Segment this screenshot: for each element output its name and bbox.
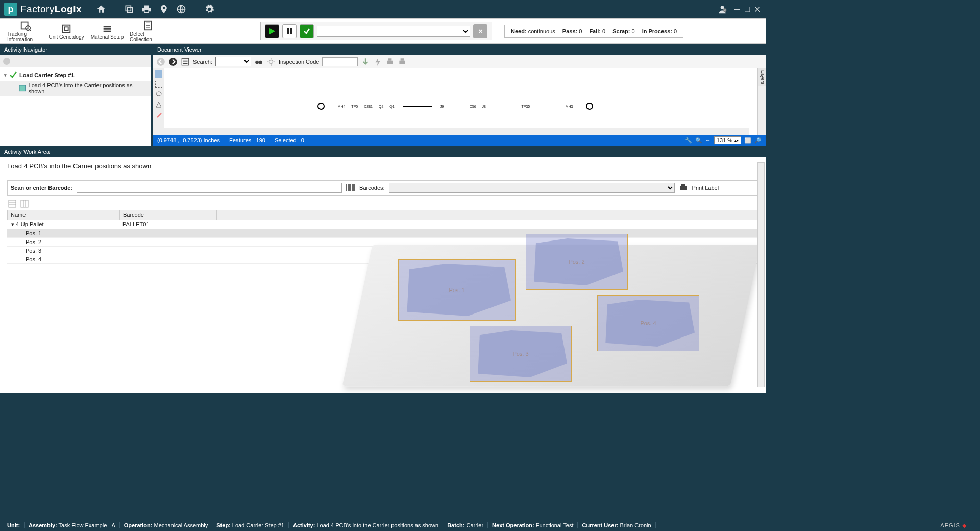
pcb-label: J9 xyxy=(440,105,444,108)
material-icon xyxy=(102,23,113,34)
svg-rect-1 xyxy=(128,8,133,13)
svg-point-19 xyxy=(259,60,262,64)
close-button[interactable] xyxy=(753,6,762,13)
list-icon[interactable] xyxy=(181,57,190,66)
pallet-slot-2[interactable]: Pos. 2 xyxy=(526,234,628,290)
nav-tree: ▾ Load Carrier Step #1 Load 4 PCB's into… xyxy=(0,67,151,146)
doc-canvas[interactable]: MH4 TP5 C281 Q2 Q1 J9 C56 J8 TP30 MH3 xyxy=(164,68,757,135)
svg-rect-14 xyxy=(19,85,26,91)
material-setup-button[interactable]: Material Setup xyxy=(87,22,128,41)
app-logo: p xyxy=(4,3,17,16)
title-bar: p FactoryLogix xyxy=(0,0,766,18)
print-icon[interactable] xyxy=(141,4,152,15)
pause-button[interactable] xyxy=(282,24,297,38)
svg-rect-13 xyxy=(290,28,292,34)
nav-activity-row[interactable]: Load 4 PCB's into the Carrier positions … xyxy=(0,81,151,96)
document-viewer-panel: Document Viewer Search: Inspection Code xyxy=(153,44,766,146)
pointer-tool-icon[interactable] xyxy=(155,70,162,78)
brush-tool-icon[interactable] xyxy=(155,111,162,118)
status-tool-icon[interactable]: 🔍 xyxy=(695,137,702,144)
svg-point-25 xyxy=(156,92,161,96)
settings-icon[interactable] xyxy=(266,57,276,66)
lasso-tool-icon[interactable] xyxy=(155,91,162,98)
table-tool2-icon[interactable] xyxy=(20,200,29,209)
pcb-label: MH4 xyxy=(338,105,346,108)
forward-icon[interactable] xyxy=(168,57,178,66)
zoom-zoom-icon[interactable]: 🔎 xyxy=(754,137,762,144)
doc-h-scrollbar[interactable] xyxy=(164,128,749,135)
pallet-visualization: Pos. 1 Pos. 2 Pos. 3 Pos. 4 xyxy=(327,213,745,392)
work-area-scrollbar[interactable] xyxy=(757,162,765,387)
unit-genealogy-button[interactable]: Unit Genealogy xyxy=(46,22,87,41)
print-doc2-icon[interactable] xyxy=(398,57,407,66)
zoom-input[interactable]: 131 %▴▾ xyxy=(714,136,741,144)
pallet-slot-3[interactable]: Pos. 3 xyxy=(470,326,572,382)
work-area-title: Load 4 PCB's into the Carrier positions … xyxy=(7,162,758,170)
tracking-information-button[interactable]: Tracking Information xyxy=(5,19,46,43)
svg-point-3 xyxy=(721,6,724,9)
print-label-button[interactable]: Print Label xyxy=(692,185,719,191)
globe-icon[interactable] xyxy=(176,4,187,15)
svg-rect-24 xyxy=(401,58,404,61)
nav-refresh-icon[interactable] xyxy=(3,58,10,65)
pcb-label: TP5 xyxy=(351,105,358,108)
barcode-icon xyxy=(346,183,355,192)
col-barcode-header[interactable]: Barcode xyxy=(120,210,217,220)
search-input[interactable] xyxy=(215,57,251,66)
col-name-header[interactable]: Name xyxy=(8,210,120,220)
pallet-slot-1[interactable]: Pos. 1 xyxy=(398,259,516,321)
barcodes-select[interactable] xyxy=(389,183,675,193)
step-icon xyxy=(9,71,17,79)
marquee-tool-icon[interactable] xyxy=(155,81,162,88)
apply-icon[interactable] xyxy=(361,57,370,66)
bolt-icon[interactable] xyxy=(373,57,382,66)
work-area-header: Activity Work Area xyxy=(0,146,766,157)
back-icon[interactable] xyxy=(156,57,165,66)
stats-panel: Need: continuous Pass: 0 Fail: 0 Scrap: … xyxy=(504,25,683,38)
check-button[interactable] xyxy=(300,24,314,38)
pcb-label: MH3 xyxy=(566,105,573,108)
binoculars-icon[interactable] xyxy=(254,57,263,66)
playback-select[interactable] xyxy=(317,26,470,37)
clear-button[interactable]: ✕ xyxy=(473,24,487,38)
table-toolbar xyxy=(7,199,758,210)
table-tool-icon[interactable] xyxy=(8,200,16,209)
status-tool-icon[interactable]: ↔ xyxy=(705,137,711,143)
minimize-button[interactable] xyxy=(733,6,741,13)
location-icon[interactable] xyxy=(158,4,169,15)
svg-rect-10 xyxy=(64,27,68,30)
doc-status-bar: (0.9748 , -0.7523) Inches Features 190 S… xyxy=(153,135,766,146)
doc-canvas-area: MH4 TP5 C281 Q2 Q1 J9 C56 J8 TP30 MH3 xyxy=(153,68,766,135)
layers-tab[interactable]: Layers xyxy=(757,68,766,86)
gear-icon[interactable] xyxy=(204,4,215,15)
play-button[interactable] xyxy=(265,24,279,38)
status-tool-icon[interactable]: 🔧 xyxy=(685,137,692,144)
app-brand: FactoryLogix xyxy=(20,4,82,15)
nav-step-row[interactable]: ▾ Load Carrier Step #1 xyxy=(0,69,151,81)
polygon-tool-icon[interactable] xyxy=(155,101,162,108)
inspection-code-input[interactable] xyxy=(322,57,358,66)
svg-point-16 xyxy=(169,58,177,66)
maximize-button[interactable] xyxy=(743,6,751,13)
svg-rect-9 xyxy=(63,25,70,32)
home-icon[interactable] xyxy=(95,4,107,15)
pallet-slot-4[interactable]: Pos. 4 xyxy=(597,295,699,351)
scan-barcode-input[interactable] xyxy=(77,183,342,193)
pcb-label: Q1 xyxy=(389,105,394,108)
doc-toolbar: Search: Inspection Code xyxy=(153,55,766,68)
nav-panel-header: Activity Navigator xyxy=(0,44,151,55)
windows-icon[interactable] xyxy=(124,4,135,15)
scan-label: Scan or enter Barcode: xyxy=(11,185,72,191)
print-label-icon xyxy=(679,183,688,192)
defect-collection-button[interactable]: Defect Collection xyxy=(128,19,168,43)
svg-point-20 xyxy=(270,60,273,63)
pcb-label: TP30 xyxy=(521,105,530,108)
zoom-fit-icon[interactable]: ⬜ xyxy=(744,137,751,144)
print-doc-icon[interactable] xyxy=(385,57,395,66)
coords-readout: (0.9748 , -0.7523) Inches xyxy=(157,137,220,143)
svg-rect-22 xyxy=(388,58,392,61)
user-icon[interactable] xyxy=(717,4,728,15)
main-toolbar: Tracking Information Unit Genealogy Mate… xyxy=(0,18,766,44)
expand-icon[interactable]: ▾ xyxy=(4,73,9,78)
svg-rect-23 xyxy=(400,60,405,64)
